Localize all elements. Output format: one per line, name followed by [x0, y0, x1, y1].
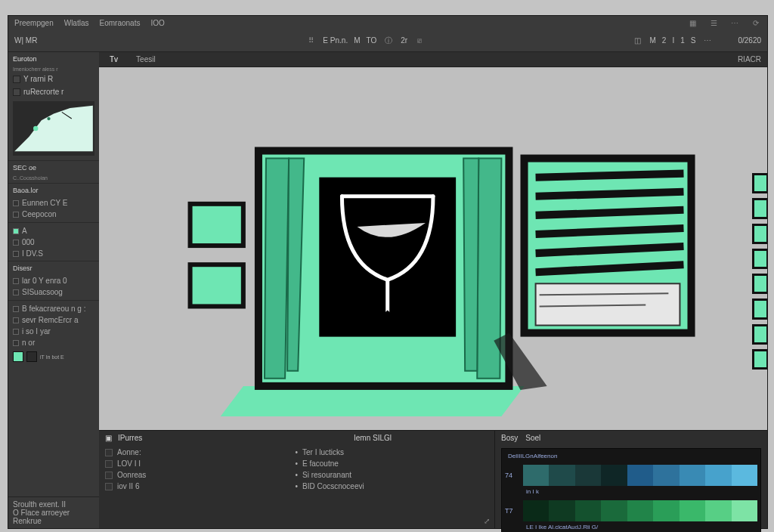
section-header: Disesr: [8, 261, 99, 275]
color-swatches: iT In bot E: [8, 348, 99, 365]
menubar: Preempgen Wlatlas Eomraonats IOO ▦ ☰ ⋯ ⟳: [8, 16, 767, 29]
info-icon[interactable]: ⓘ: [382, 35, 395, 47]
svg-marker-0: [14, 106, 93, 151]
sidebar-row[interactable]: Y rarni R: [8, 73, 99, 85]
tool-val: I: [672, 36, 674, 45]
svg-marker-3: [221, 386, 525, 416]
property-row[interactable]: Aonne:: [105, 447, 283, 458]
app-window: Preempgen Wlatlas Eomraonats IOO ▦ ☰ ⋯ ⟳…: [8, 15, 768, 529]
section-header: SEC oe: [8, 160, 99, 175]
palette-row: T7: [505, 500, 757, 521]
panel-tab[interactable]: Bosy: [501, 434, 518, 442]
adjust-icon[interactable]: ⎚: [413, 35, 426, 47]
edge-swatch[interactable]: [752, 198, 767, 218]
track-caption: DelIIILGnAlfeenon: [505, 452, 757, 460]
document-tabs: Tv Teesil RIACR: [99, 52, 767, 67]
svg-point-1: [33, 126, 38, 131]
layers-icon[interactable]: ☰: [708, 17, 719, 28]
svg-rect-4: [190, 204, 243, 246]
row-label: T7: [505, 507, 523, 515]
tool-option[interactable]: E Pn.n.: [323, 36, 348, 45]
expand-icon[interactable]: ⤢: [484, 517, 490, 525]
main-area: Tv Teesil RIACR: [99, 52, 767, 528]
menu-item[interactable]: IOO: [150, 19, 164, 27]
panel-subtitle: Imeniocherr aless r: [8, 66, 99, 73]
list-item[interactable]: A: [13, 225, 94, 237]
layer-item[interactable]: sevr RemcErcr a: [13, 314, 94, 326]
tab[interactable]: Tv: [105, 54, 122, 65]
row-text: LE I Ike Al.clcatAudJ.Rii G/: [523, 523, 757, 531]
swatches-panel: Bosy Soel DelIIILGnAlfeenon 74 in I k T7: [495, 431, 767, 528]
bottom-panels: ▣ IPurres Iemn SILGl Aonne: LOV I I Oonr…: [99, 430, 767, 528]
menu-item[interactable]: Wlatlas: [64, 19, 89, 27]
edge-swatch[interactable]: [752, 274, 767, 294]
properties-panel: ▣ IPurres Iemn SILGl Aonne: LOV I I Oonr…: [99, 431, 495, 528]
section-sub: C..Coosshoian: [8, 175, 99, 181]
menu-item[interactable]: Eomraonats: [100, 19, 141, 27]
grip-icon[interactable]: ⠿: [305, 35, 317, 47]
tab[interactable]: Teesil: [132, 54, 160, 65]
list-item[interactable]: Eunnen CY E: [13, 197, 94, 209]
palette-row: 74: [505, 465, 757, 486]
tool-val: S: [691, 36, 696, 45]
svg-point-2: [47, 117, 50, 120]
property-row[interactable]: •Ter I lucticks: [296, 447, 474, 458]
foreground-swatch[interactable]: [13, 351, 23, 362]
layer-item[interactable]: B fekacrareou n g :: [13, 303, 94, 314]
property-row[interactable]: •E facoutne: [296, 458, 474, 469]
menu-icon[interactable]: ⋯: [729, 17, 740, 28]
right-edge-swatches: [752, 173, 767, 370]
property-row[interactable]: Oonreas: [105, 469, 283, 481]
edge-swatch[interactable]: [752, 298, 767, 319]
select-icon[interactable]: ◫: [632, 35, 644, 47]
menu-item[interactable]: Preempgen: [14, 19, 54, 27]
edge-swatch[interactable]: [752, 224, 767, 244]
histogram-preview: [13, 101, 94, 156]
panel-title: IPurres: [118, 434, 142, 442]
row-text: in I k: [523, 487, 757, 496]
section-header: Baoa.lor: [8, 183, 99, 197]
list-item[interactable]: I DV.S: [13, 248, 94, 259]
canvas[interactable]: [99, 67, 767, 430]
property-row[interactable]: iov II 6: [105, 481, 283, 492]
sync-icon[interactable]: ⟳: [751, 17, 761, 28]
property-row[interactable]: LOV I I: [105, 458, 283, 469]
palette-cells[interactable]: [523, 500, 757, 521]
options-bar: W| MR ⠿ E Pn.n. M TO ⓘ 2r ⎚ ◫ M 2 I 1 S …: [8, 29, 767, 52]
list-item[interactable]: 000: [13, 237, 94, 248]
footer-item[interactable]: O Flace arroeyer: [13, 509, 94, 517]
svg-line-12: [536, 192, 684, 196]
tool-option[interactable]: M: [354, 36, 360, 45]
artwork: [99, 67, 767, 430]
edge-swatch[interactable]: [752, 173, 767, 193]
panel-icon: ▣: [105, 434, 112, 442]
palette-cells[interactable]: [523, 465, 757, 486]
list-item[interactable]: Ceepocon: [13, 209, 94, 220]
tool-option[interactable]: TO: [367, 36, 377, 45]
footer-item[interactable]: Renkrue: [13, 517, 94, 525]
footer-item[interactable]: Sroulth exent. II: [13, 500, 94, 509]
grid-icon[interactable]: ▦: [687, 17, 698, 28]
layer-item[interactable]: i so I yar: [13, 326, 94, 337]
tool-val: 2: [662, 36, 667, 45]
panel-tab[interactable]: Soel: [525, 434, 540, 442]
list-item[interactable]: SISuacsoog: [13, 286, 94, 298]
edge-swatch[interactable]: [752, 349, 767, 370]
panel-title: Euroton: [8, 52, 99, 66]
edge-swatch[interactable]: [752, 249, 767, 269]
more-icon[interactable]: ⋯: [701, 35, 714, 47]
tab-status: RIACR: [738, 55, 761, 63]
svg-line-13: [536, 210, 684, 215]
svg-line-11: [536, 174, 684, 178]
background-swatch[interactable]: [26, 351, 37, 362]
property-row[interactable]: •Si resouranant: [296, 469, 474, 481]
edge-swatch[interactable]: [752, 324, 767, 345]
list-item[interactable]: lar 0 Y enra 0: [13, 275, 94, 286]
row-label: 74: [505, 472, 523, 479]
left-sidebar: Euroton Imeniocherr aless r Y rarni R ru…: [8, 52, 99, 528]
status-counter: 0/2620: [738, 36, 761, 45]
sidebar-row[interactable]: ruRecrorte r: [8, 85, 99, 98]
layer-item[interactable]: n or: [13, 337, 94, 348]
property-row[interactable]: •BID Cocscnoceevi: [296, 481, 474, 492]
tool-option[interactable]: 2r: [401, 36, 407, 45]
